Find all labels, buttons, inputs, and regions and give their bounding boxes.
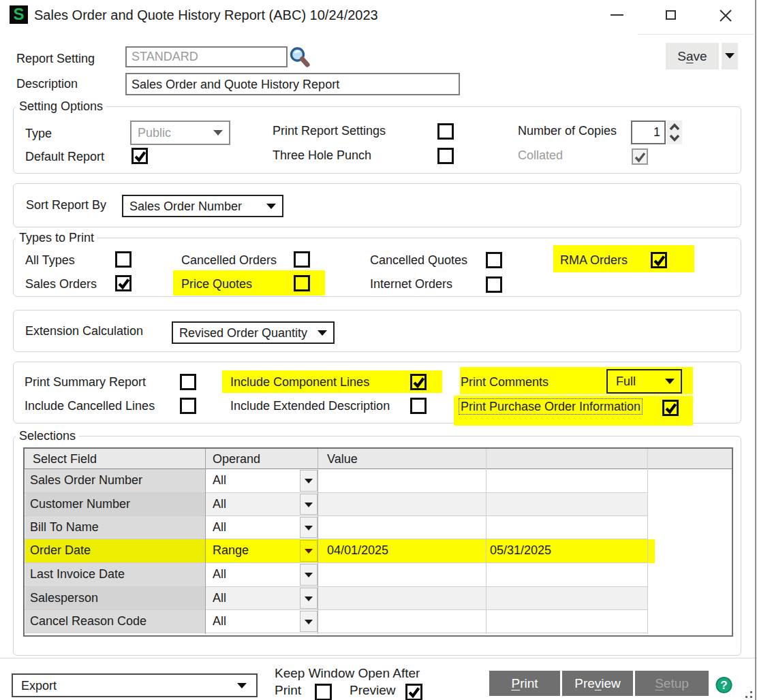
svg-text:?: ?: [720, 679, 727, 692]
